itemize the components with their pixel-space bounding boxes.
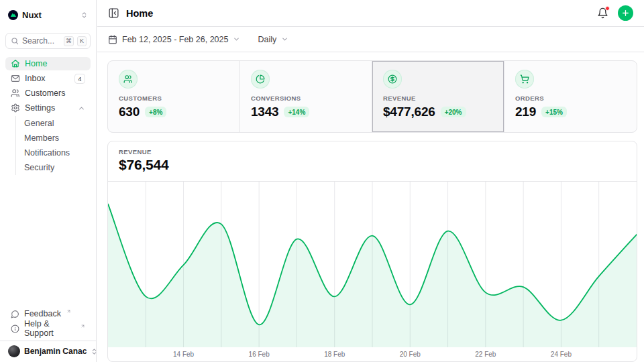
page-header: Home (97, 0, 644, 27)
x-axis-label: 20 Feb (400, 351, 421, 358)
sidebar-item-label: Inbox (25, 74, 46, 83)
x-axis-label: 16 Feb (249, 351, 270, 358)
stat-label: CONVERSIONS (251, 95, 361, 102)
notification-dot (605, 6, 610, 11)
stat-label: ORDERS (515, 95, 626, 102)
x-axis-label: 22 Feb (475, 351, 496, 358)
kbd-k: K (77, 36, 87, 46)
sidebar-item-home[interactable]: Home (5, 57, 91, 70)
stat-value: 630 (119, 105, 140, 119)
kbd-cmd: ⌘ (64, 36, 74, 46)
chart-plot-area[interactable] (108, 182, 637, 347)
feedback-link[interactable]: Feedback (5, 307, 91, 320)
stat-revenue[interactable]: REVENUE $477,626 +20% (372, 61, 504, 132)
sidebar-item-members[interactable]: Members (24, 131, 91, 145)
sidebar-item-security[interactable]: Security (24, 160, 91, 175)
gear-icon (11, 103, 20, 113)
sidebar-footer: Feedback Help & Support (5, 307, 91, 341)
period-value: Daily (258, 35, 276, 44)
stat-delta-badge: +8% (145, 107, 166, 117)
nuxt-logo-icon (8, 10, 18, 20)
info-circle-icon (11, 324, 19, 333)
external-link-icon (80, 324, 85, 328)
cart-icon (515, 70, 534, 88)
stat-conversions[interactable]: CONVERSIONS 1343 +14% (240, 61, 372, 132)
user-menu[interactable]: Benjamin Canac (0, 341, 96, 362)
stat-orders[interactable]: ORDERS 219 +15% (504, 61, 637, 132)
sidebar-item-settings[interactable]: Settings (5, 101, 91, 115)
stat-delta-badge: +20% (441, 107, 466, 117)
settings-submenu: General Members Notifications Security (15, 116, 91, 175)
sidebar-item-label: Home (25, 59, 47, 68)
stat-value: $477,626 (383, 105, 435, 119)
panel-left-close-icon[interactable] (108, 7, 119, 19)
stat-customers[interactable]: CUSTOMERS 630 +8% (108, 61, 240, 132)
sidebar: Nuxt Search... ⌘ K Home Inbox 4 (0, 0, 97, 362)
dashboard-content: CUSTOMERS 630 +8% CONVERSIONS 1343 +14% (97, 52, 644, 362)
page-title: Home (126, 8, 153, 19)
x-axis-label: 18 Feb (324, 351, 345, 358)
external-link-icon (66, 309, 71, 314)
inbox-count-badge: 4 (74, 74, 85, 84)
revenue-area-chart (108, 182, 637, 347)
date-range-value: Feb 12, 2025 - Feb 26, 2025 (122, 35, 228, 44)
home-icon (11, 59, 20, 68)
x-axis-label: 24 Feb (551, 351, 572, 358)
footer-item-label: Help & Support (24, 319, 75, 338)
sidebar-item-customers[interactable]: Customers (5, 86, 91, 100)
search-placeholder: Search... (22, 36, 60, 46)
notifications-button[interactable] (597, 7, 608, 19)
revenue-chart-card: REVENUE $76,544 14 Feb16 Feb18 Feb20 Feb… (107, 141, 637, 362)
chat-bubble-icon (11, 310, 19, 318)
chevron-down-icon (233, 36, 240, 43)
chart-metric-label: REVENUE (119, 148, 626, 156)
chevrons-up-down-icon (80, 11, 88, 19)
workspace-switcher[interactable]: Nuxt (5, 7, 91, 23)
workspace-name: Nuxt (22, 10, 42, 20)
chart-header: REVENUE $76,544 (108, 141, 637, 182)
stat-delta-badge: +14% (284, 107, 309, 117)
users-icon (11, 88, 20, 98)
pie-chart-icon (251, 70, 270, 88)
dollar-circle-icon (383, 70, 402, 88)
chevron-down-icon (281, 36, 288, 43)
main-area: Home Feb 12, 2025 - Feb 26, 2025 Daily (97, 0, 644, 362)
sidebar-item-label: Settings (25, 103, 55, 113)
inbox-icon (11, 74, 20, 83)
sidebar-item-notifications[interactable]: Notifications (24, 145, 91, 160)
stat-value: 219 (515, 105, 536, 119)
sidebar-nav: Home Inbox 4 Customers Settings Ge (5, 57, 91, 175)
stats-row: CUSTOMERS 630 +8% CONVERSIONS 1343 +14% (107, 60, 637, 133)
stat-label: REVENUE (383, 95, 493, 102)
date-range-picker[interactable]: Feb 12, 2025 - Feb 26, 2025 (108, 35, 240, 44)
chart-metric-value: $76,544 (119, 157, 626, 173)
avatar (8, 345, 20, 357)
add-button[interactable] (618, 5, 633, 21)
plus-icon (621, 9, 630, 17)
footer-item-label: Feedback (24, 309, 61, 318)
filters-toolbar: Feb 12, 2025 - Feb 26, 2025 Daily (97, 27, 644, 52)
stat-delta-badge: +15% (541, 107, 567, 117)
calendar-icon (108, 35, 117, 44)
user-name: Benjamin Canac (24, 347, 87, 356)
chevron-up-icon (78, 105, 85, 112)
x-axis-label: 14 Feb (173, 351, 194, 358)
users-icon (119, 70, 138, 88)
period-select[interactable]: Daily (258, 35, 288, 44)
sidebar-item-general[interactable]: General (24, 116, 91, 131)
search-input[interactable]: Search... ⌘ K (5, 33, 91, 49)
stat-value: 1343 (251, 105, 278, 119)
sidebar-item-label: Customers (25, 88, 65, 98)
sidebar-item-inbox[interactable]: Inbox 4 (5, 72, 91, 85)
chart-x-axis: 14 Feb16 Feb18 Feb20 Feb22 Feb24 Feb (108, 347, 637, 362)
search-icon (11, 37, 19, 45)
stat-label: CUSTOMERS (119, 95, 229, 102)
help-support-link[interactable]: Help & Support (5, 322, 91, 335)
